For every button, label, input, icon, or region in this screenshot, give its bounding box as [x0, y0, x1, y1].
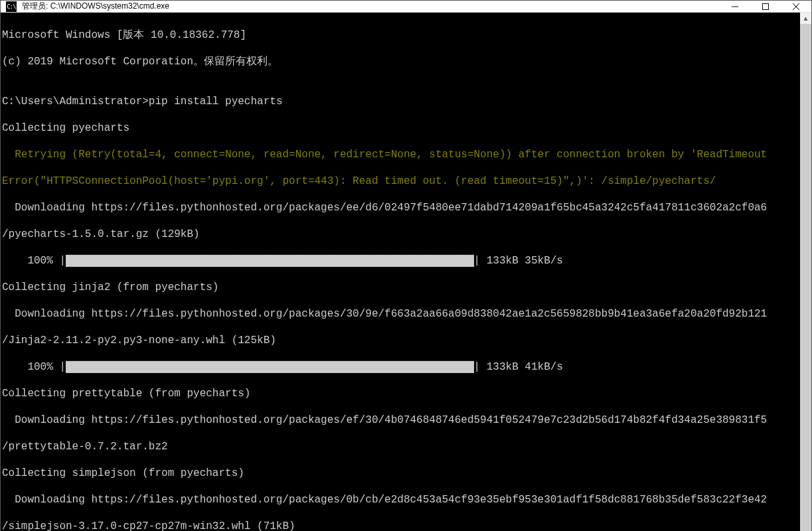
titlebar[interactable]: C:\ 管理员: C:\WINDOWS\system32\cmd.exe	[1, 1, 811, 13]
output-line: Microsoft Windows [版本 10.0.18362.778]	[2, 29, 799, 42]
warning-line: Error("HTTPSConnectionPool(host='pypi.or…	[2, 175, 799, 188]
progress-stats: | 133kB 35kB/s	[474, 255, 563, 267]
svg-rect-1	[763, 3, 769, 9]
vertical-scrollbar[interactable]: ▲ ▼	[800, 13, 811, 531]
output-line: Collecting pyecharts	[2, 121, 799, 135]
warning-line: Retrying (Retry(total=4, connect=None, r…	[2, 148, 799, 161]
progress-percent: 100% |	[2, 361, 66, 373]
progress-line: 100% |██████████████████████████████████…	[2, 360, 799, 374]
terminal-output[interactable]: Microsoft Windows [版本 10.0.18362.778] (c…	[1, 13, 800, 531]
prompt: C:\Users\Administrator>	[2, 96, 149, 108]
close-button[interactable]	[781, 1, 811, 12]
output-line: Downloading https://files.pythonhosted.o…	[2, 307, 799, 321]
output-line: /simplejson-3.17.0-cp27-cp27m-win32.whl …	[2, 520, 799, 531]
progress-bar: ████████████████████████████████████████…	[66, 361, 474, 373]
progress-line: 100% |██████████████████████████████████…	[2, 254, 799, 267]
output-line: Downloading https://files.pythonhosted.o…	[2, 201, 799, 214]
output-line: /Jinja2-2.11.2-py2.py3-none-any.whl (125…	[2, 334, 799, 347]
progress-stats: | 133kB 41kB/s	[474, 361, 563, 373]
minimize-button[interactable]	[720, 1, 750, 12]
output-line: Collecting jinja2 (from pyecharts)	[2, 281, 799, 294]
output-line: Downloading https://files.pythonhosted.o…	[2, 493, 799, 506]
client-area: Microsoft Windows [版本 10.0.18362.778] (c…	[1, 13, 811, 531]
progress-bar: ████████████████████████████████████████…	[66, 255, 474, 267]
output-line: /prettytable-0.7.2.tar.bz2	[2, 440, 799, 453]
window-controls	[720, 1, 811, 12]
scroll-up-button[interactable]: ▲	[800, 13, 811, 24]
output-line: Collecting prettytable (from pyecharts)	[2, 387, 799, 400]
cmd-icon: C:\	[6, 1, 17, 12]
cmd-window: C:\ 管理员: C:\WINDOWS\system32\cmd.exe Mic…	[0, 0, 812, 531]
scrollbar-track[interactable]	[800, 24, 811, 531]
output-line: Downloading https://files.pythonhosted.o…	[2, 414, 799, 427]
prompt-line: C:\Users\Administrator>pip install pyech…	[2, 95, 799, 108]
scrollbar-thumb[interactable]	[800, 24, 811, 531]
progress-percent: 100% |	[2, 255, 66, 267]
output-line: /pyecharts-1.5.0.tar.gz (129kB)	[2, 228, 799, 241]
window-title: 管理员: C:\WINDOWS\system32\cmd.exe	[22, 1, 720, 12]
output-line: (c) 2019 Microsoft Corporation。保留所有权利。	[2, 55, 799, 68]
output-line: Collecting simplejson (from pyecharts)	[2, 467, 799, 480]
command-text: pip install pyecharts	[149, 96, 283, 108]
maximize-button[interactable]	[750, 1, 781, 12]
